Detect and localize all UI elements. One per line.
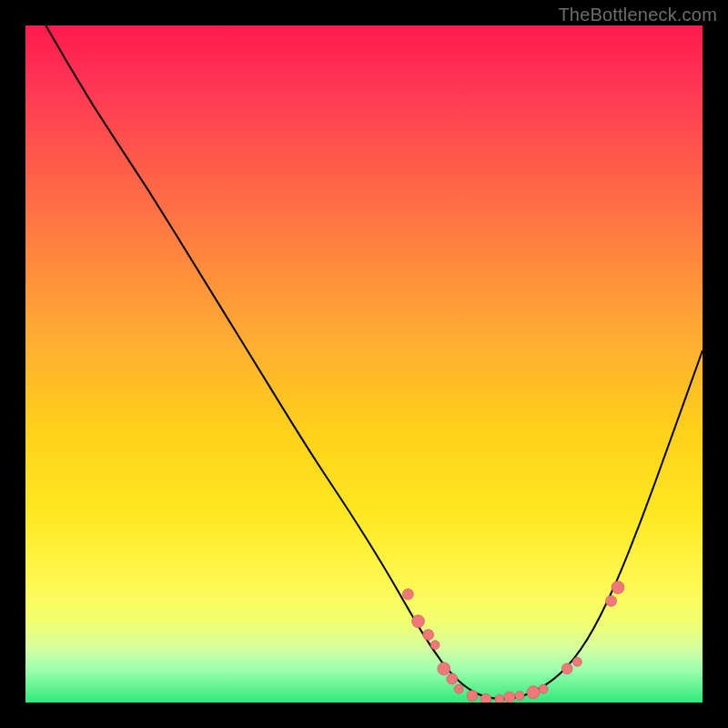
chart-frame: TheBottleneck.com bbox=[0, 0, 728, 728]
data-marker bbox=[423, 630, 434, 641]
data-marker bbox=[606, 595, 617, 606]
data-marker bbox=[402, 589, 413, 600]
data-marker bbox=[480, 693, 491, 703]
data-marker bbox=[527, 686, 540, 699]
bottleneck-curve bbox=[46, 25, 703, 699]
plot-area bbox=[25, 25, 703, 703]
data-marker bbox=[447, 673, 458, 684]
watermark-text: TheBottleneck.com bbox=[558, 5, 717, 24]
data-marker bbox=[612, 581, 624, 594]
data-marker bbox=[572, 657, 581, 666]
data-marker bbox=[504, 692, 515, 703]
data-marker bbox=[438, 662, 450, 675]
data-marker bbox=[495, 694, 504, 703]
curve-layer bbox=[25, 25, 703, 703]
data-marker bbox=[454, 684, 463, 693]
data-marker bbox=[539, 684, 548, 693]
data-marker bbox=[412, 615, 425, 628]
data-marker bbox=[561, 663, 572, 674]
data-marker bbox=[515, 692, 524, 701]
data-marker bbox=[467, 691, 478, 702]
data-marker bbox=[430, 641, 440, 650]
